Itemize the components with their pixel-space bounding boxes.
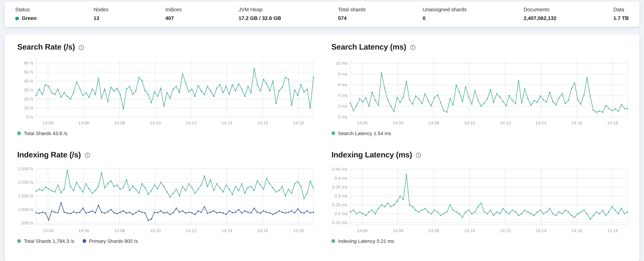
chart-title: Search Latency (ms)	[332, 43, 406, 52]
svg-text:0 /s: 0 /s	[26, 114, 33, 119]
metric-value: 0	[423, 15, 466, 22]
legend-label: Primary Shards 900 /s	[89, 238, 138, 244]
metric-label: Indices	[166, 7, 182, 13]
legend-item[interactable]: Search Latency 1.54 ms	[332, 131, 391, 136]
metric-data-size: Data 1.7 TB	[614, 7, 629, 22]
svg-text:14:18: 14:18	[607, 228, 618, 233]
metric-value: 2,407,062,132	[524, 15, 556, 22]
legend-item[interactable]: Total Shards 1,794.3 /s	[17, 238, 74, 244]
svg-text:14:10: 14:10	[150, 120, 161, 125]
indexing-latency-legend: Indexing Latency 0.21 ms	[327, 238, 631, 244]
info-icon[interactable]	[84, 152, 90, 158]
metric-value: 574	[338, 15, 366, 22]
charts-grid: Search Rate (/s) 14:0414:0614:0814:1014:…	[13, 43, 631, 244]
svg-text:0.35 ms: 0.35 ms	[332, 184, 348, 189]
status-green-dot	[15, 17, 19, 20]
svg-text:50 /s: 50 /s	[24, 70, 33, 74]
svg-text:500 /s: 500 /s	[22, 220, 33, 225]
chart-title-row: Search Rate (/s)	[17, 43, 317, 52]
metrics-panel: Search Rate (/s) 14:0414:0614:0814:1014:…	[4, 34, 640, 261]
metric-label: JVM Heap	[238, 7, 281, 13]
status-text: Green	[22, 15, 36, 22]
svg-text:14:08: 14:08	[428, 228, 439, 233]
cluster-summary-bar: Status Green Nodes 13 Indices 407 JVM He…	[4, 2, 640, 27]
metric-value: 17.2 GB / 32.6 GB	[238, 15, 281, 22]
metric-indices: Indices 407	[166, 7, 182, 22]
svg-text:2 ms: 2 ms	[338, 104, 348, 108]
svg-text:20 /s: 20 /s	[24, 96, 33, 101]
legend-label: Total Shards 1,794.3 /s	[24, 238, 74, 244]
legend-item[interactable]: Primary Shards 900 /s	[82, 238, 138, 244]
svg-text:60 /s: 60 /s	[24, 60, 33, 65]
metric-label: Documents	[524, 7, 556, 13]
svg-text:1,500 /s: 1,500 /s	[18, 193, 33, 198]
search-latency-chart-block: Search Latency (ms) 14:0414:0614:0814:10…	[327, 43, 631, 136]
svg-text:14:14: 14:14	[536, 120, 546, 125]
svg-text:2,500 /s: 2,500 /s	[18, 166, 33, 171]
chart-title-row: Indexing Latency (ms)	[332, 150, 631, 160]
svg-text:0 ms: 0 ms	[338, 114, 348, 119]
chart-title-row: Indexing Rate (/s)	[17, 150, 317, 160]
metric-jvm-heap: JVM Heap 17.2 GB / 32.6 GB	[238, 7, 281, 22]
svg-text:14:08: 14:08	[428, 120, 439, 125]
info-icon[interactable]	[416, 152, 422, 158]
svg-text:14:04: 14:04	[357, 120, 368, 125]
search-rate-chart[interactable]: 14:0414:0614:0814:1014:1214:1414:1614:18…	[13, 56, 317, 127]
svg-text:0.25 ms: 0.25 ms	[332, 202, 348, 207]
svg-text:14:14: 14:14	[536, 228, 546, 233]
svg-text:0.45 ms: 0.45 ms	[332, 167, 348, 171]
chart-title: Indexing Rate (/s)	[17, 150, 81, 160]
chart-title: Indexing Latency (ms)	[332, 150, 412, 160]
legend-color-dot	[332, 239, 335, 243]
metric-label: Nodes	[94, 7, 108, 13]
svg-text:0.3 ms: 0.3 ms	[334, 193, 348, 198]
indexing-latency-chart[interactable]: 14:0414:0614:0814:1014:1214:1414:1614:18…	[327, 164, 631, 234]
indexing-rate-chart[interactable]: 14:0414:0614:0814:1014:1214:1414:1614:18…	[13, 164, 317, 234]
svg-text:14:18: 14:18	[293, 120, 304, 125]
info-icon[interactable]	[410, 45, 416, 51]
svg-text:14:06: 14:06	[393, 228, 404, 233]
svg-text:0.2 ms: 0.2 ms	[334, 211, 348, 216]
metric-total-shards: Total shards 574	[338, 7, 366, 22]
metric-value: Green	[15, 15, 36, 22]
metric-documents: Documents 2,407,062,132	[524, 7, 556, 22]
svg-text:0.4 ms: 0.4 ms	[334, 176, 348, 180]
chart-svg: 14:0414:0614:0814:1014:1214:1414:1614:18…	[327, 164, 631, 234]
svg-text:14:08: 14:08	[114, 120, 125, 125]
info-icon[interactable]	[78, 45, 84, 51]
svg-text:14:06: 14:06	[78, 120, 89, 125]
svg-text:14:12: 14:12	[500, 120, 511, 125]
svg-text:14:04: 14:04	[43, 120, 54, 125]
legend-item[interactable]: Indexing Latency 0.21 ms	[332, 238, 394, 244]
svg-text:14:18: 14:18	[607, 120, 618, 125]
legend-color-dot	[17, 132, 21, 135]
indexing-latency-chart-block: Indexing Latency (ms) 14:0414:0614:0814:…	[327, 150, 631, 244]
svg-text:14:12: 14:12	[186, 228, 196, 233]
search-latency-legend: Search Latency 1.54 ms	[327, 131, 631, 136]
svg-text:14:12: 14:12	[500, 228, 511, 233]
svg-text:14:10: 14:10	[150, 228, 161, 233]
svg-text:10 /s: 10 /s	[24, 105, 33, 110]
legend-item[interactable]: Total Shards 43.8 /s	[17, 131, 68, 136]
search-latency-chart[interactable]: 14:0414:0614:0814:1014:1214:1414:1614:18…	[327, 56, 631, 127]
chart-svg: 14:0414:0614:0814:1014:1214:1414:1614:18…	[13, 164, 317, 234]
legend-color-dot	[82, 239, 86, 243]
metric-label: Unassigned shards	[423, 7, 466, 13]
svg-text:14:10: 14:10	[464, 120, 475, 125]
metric-nodes: Nodes 13	[94, 7, 108, 22]
metric-label: Total shards	[338, 7, 366, 13]
search-rate-chart-block: Search Rate (/s) 14:0414:0614:0814:1014:…	[13, 43, 317, 136]
svg-text:14:04: 14:04	[357, 228, 368, 233]
chart-title-row: Search Latency (ms)	[332, 43, 631, 52]
svg-text:1,000 /s: 1,000 /s	[18, 207, 33, 212]
legend-label: Indexing Latency 0.21 ms	[338, 238, 394, 244]
legend-label: Search Latency 1.54 ms	[338, 131, 391, 136]
metric-unassigned-shards: Unassigned shards 0	[423, 7, 466, 22]
svg-text:14:06: 14:06	[78, 228, 89, 233]
legend-color-dot	[17, 239, 21, 243]
metric-value: 13	[94, 15, 108, 22]
svg-text:14:14: 14:14	[222, 228, 232, 233]
indexing-rate-chart-block: Indexing Rate (/s) 14:0414:0614:0814:101…	[13, 150, 317, 244]
legend-color-dot	[332, 132, 335, 135]
cluster-overview-page: Status Green Nodes 13 Indices 407 JVM He…	[0, 2, 644, 261]
